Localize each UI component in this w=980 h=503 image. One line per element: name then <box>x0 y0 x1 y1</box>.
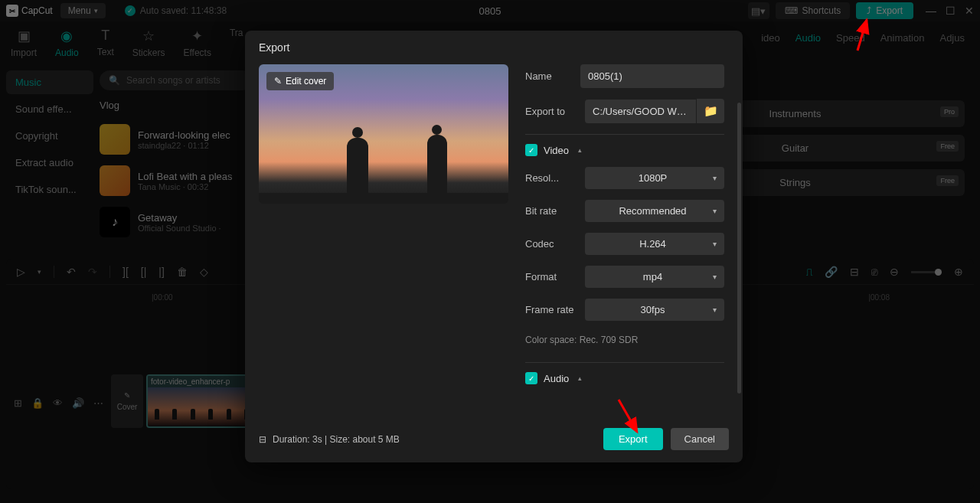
dialog-footer: ⊟ Duration: 3s | Size: about 5 MB Export… <box>245 417 743 462</box>
chevron-down-icon: ▾ <box>713 273 717 281</box>
video-checkbox[interactable]: ✓ <box>525 144 537 156</box>
film-icon: ⊟ <box>259 434 266 445</box>
name-label: Name <box>525 70 580 82</box>
resolution-label: Resol... <box>525 172 585 184</box>
audio-section-header: ✓ Audio ▴ <box>525 372 724 384</box>
bitrate-dropdown[interactable]: Recommended▾ <box>585 200 724 222</box>
framerate-label: Frame rate <box>525 304 585 315</box>
dialog-title: Export <box>245 31 743 64</box>
name-input[interactable] <box>580 64 724 88</box>
ground <box>259 193 508 204</box>
chevron-down-icon: ▾ <box>713 207 717 215</box>
edit-cover-button[interactable]: ✎ Edit cover <box>266 72 334 90</box>
export-to-label: Export to <box>525 106 585 117</box>
cancel-button[interactable]: Cancel <box>671 428 729 450</box>
collapse-icon[interactable]: ▴ <box>578 374 582 382</box>
chevron-down-icon: ▾ <box>713 240 717 248</box>
codec-label: Codec <box>525 238 585 250</box>
export-dialog: Export ✎ Edit cover Name Export to C:/Us… <box>245 31 743 462</box>
collapse-icon[interactable]: ▴ <box>578 146 582 154</box>
browse-folder-button[interactable]: 📁 <box>697 99 724 123</box>
folder-icon: 📁 <box>704 104 718 118</box>
bitrate-label: Bit rate <box>525 205 585 217</box>
cover-preview: ✎ Edit cover <box>259 64 508 204</box>
format-dropdown[interactable]: mp4▾ <box>585 266 724 288</box>
format-label: Format <box>525 271 585 283</box>
resolution-dropdown[interactable]: 1080P▾ <box>585 167 724 189</box>
export-path-input[interactable]: C:/Users/GOOD WILL ... <box>585 100 696 123</box>
scrollbar[interactable] <box>737 103 741 394</box>
colorspace-info: Color space: Rec. 709 SDR <box>525 335 724 345</box>
audio-checkbox[interactable]: ✓ <box>525 372 537 384</box>
chevron-down-icon: ▾ <box>713 305 717 314</box>
duration-info: ⊟ Duration: 3s | Size: about 5 MB <box>259 434 400 445</box>
export-confirm-button[interactable]: Export <box>603 428 663 450</box>
silhouette <box>427 135 447 196</box>
chevron-down-icon: ▾ <box>713 174 717 182</box>
silhouette <box>347 138 368 196</box>
framerate-dropdown[interactable]: 30fps▾ <box>585 299 724 321</box>
video-section-header: ✓ Video ▴ <box>525 144 724 156</box>
pencil-icon: ✎ <box>274 76 282 87</box>
codec-dropdown[interactable]: H.264▾ <box>585 233 724 255</box>
